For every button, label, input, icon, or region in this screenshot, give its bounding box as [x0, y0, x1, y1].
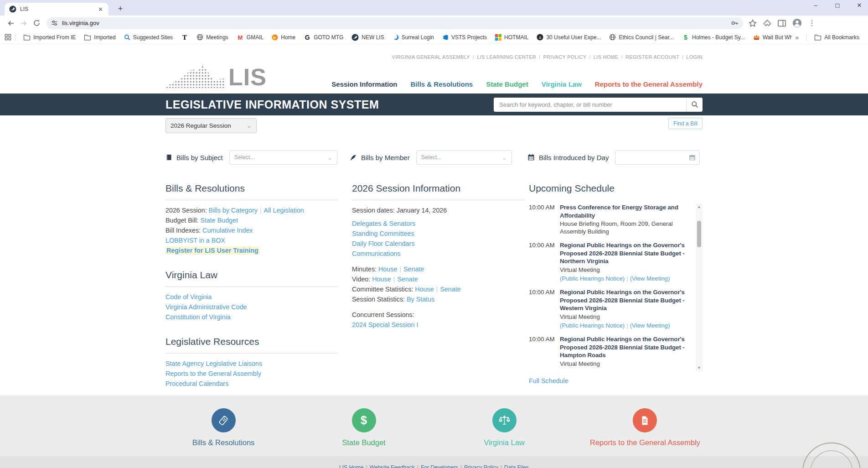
lis-logo[interactable]: LIS	[165, 62, 267, 88]
utility-link[interactable]: PRIVACY POLICY	[543, 54, 586, 60]
menu-kebab-icon[interactable]: ⋮	[808, 19, 816, 27]
main-nav-link[interactable]: Virginia Law	[542, 80, 582, 88]
bookmark-star-icon[interactable]	[749, 19, 757, 27]
browser-tab[interactable]: LIS ✕	[5, 3, 108, 16]
schedule-link[interactable]: (View Meeting)	[630, 322, 670, 329]
text-link[interactable]: State Agency Legislative Liaisons	[165, 359, 338, 369]
filter-select[interactable]: Select...⌄	[229, 150, 337, 165]
bookmark[interactable]: Home	[268, 32, 300, 43]
session-select[interactable]: 2026 Regular Session ⌄	[165, 118, 257, 133]
search-button[interactable]	[686, 98, 703, 112]
text-link[interactable]: Senate	[397, 276, 418, 283]
text-link[interactable]: Standing Committees	[352, 229, 525, 239]
main-nav-link[interactable]: Session Information	[331, 80, 397, 88]
password-key-icon[interactable]	[731, 19, 739, 27]
bookmark[interactable]: Surreal Login	[388, 32, 438, 43]
text-link[interactable]: Register for LIS User Training	[165, 246, 259, 255]
text-link[interactable]: Senate	[440, 286, 460, 293]
text-link[interactable]: Code of Virginia	[165, 292, 338, 302]
scroll-down-icon[interactable]: ▼	[696, 364, 703, 371]
scroll-up-icon[interactable]: ▲	[696, 203, 703, 210]
bookmarks-overflow-icon[interactable]: »	[792, 34, 803, 41]
tab-close-icon[interactable]: ✕	[97, 6, 104, 13]
utility-link[interactable]: LIS HOME	[594, 54, 619, 60]
text-link[interactable]: Reports to the General Assembly	[165, 369, 338, 379]
apps-grid-icon[interactable]	[5, 34, 11, 41]
text-link[interactable]: Cumulative Index	[202, 227, 253, 234]
reload-icon[interactable]	[30, 17, 43, 30]
find-a-bill-button[interactable]: Find a Bill	[668, 118, 703, 129]
utility-link[interactable]: LOGIN	[686, 54, 703, 60]
text-link[interactable]: House	[378, 265, 397, 273]
bookmark[interactable]: GGOTO MTG	[300, 32, 347, 43]
bookmark[interactable]: Wait But Why	[749, 32, 792, 43]
full-schedule-link[interactable]: Full Schedule	[529, 377, 568, 385]
scrollbar[interactable]: ▲ ▼	[696, 203, 703, 371]
bookmark[interactable]: VSTS Projects	[438, 32, 491, 43]
bottom-link[interactable]: For Developers	[421, 464, 458, 468]
concurrent-session-link[interactable]: 2024 Special Session I	[352, 320, 525, 330]
bookmark[interactable]: Imported From IE	[19, 32, 80, 43]
text-link[interactable]: House	[415, 286, 434, 293]
forward-icon[interactable]	[17, 17, 30, 30]
text-link[interactable]: Procedural Calendars	[165, 379, 338, 389]
text-link[interactable]: Constitution of Virginia	[165, 312, 338, 322]
schedule-link[interactable]: (Public Hearings Notice)	[560, 322, 625, 329]
footer-shortcut-label[interactable]: Reports to the General Assembly	[590, 438, 699, 447]
main-nav-link[interactable]: Bills & Resolutions	[411, 80, 473, 88]
main-nav-link[interactable]: Reports to the General Assembly	[595, 80, 703, 88]
bookmark[interactable]: HOTMAIL	[491, 32, 532, 43]
bookmark[interactable]: Ethics Council | Sear...	[605, 32, 678, 43]
bookmark[interactable]: Suggested Sites	[120, 32, 177, 43]
footer-shortcut[interactable]: Virginia Law	[450, 408, 559, 447]
bookmark[interactable]: T	[177, 32, 192, 43]
text-link[interactable]: By Status	[407, 296, 434, 303]
bottom-link[interactable]: Data Files	[504, 464, 529, 468]
text-link[interactable]: State Budget	[200, 217, 238, 224]
text-link[interactable]: LOBBYIST in a BOX	[165, 237, 225, 244]
schedule-link[interactable]: (Public Hearings Notice)	[560, 275, 625, 282]
bookmark[interactable]: Meetings	[192, 32, 232, 43]
text-link[interactable]: Virginia Administrative Code	[165, 302, 338, 312]
bookmark[interactable]: a30 Useful User Expe...	[532, 32, 605, 43]
new-tab-button[interactable]: +	[115, 4, 126, 15]
bottom-link[interactable]: Website Feedback	[370, 464, 415, 468]
address-bar[interactable]: lis.virginia.gov	[46, 17, 743, 29]
bottom-link[interactable]: LIS Home	[339, 464, 363, 468]
all-bookmarks-button[interactable]: All Bookmarks	[810, 32, 863, 43]
footer-shortcut[interactable]: Bills & Resolutions	[169, 408, 278, 447]
scrollbar-thumb[interactable]	[697, 221, 701, 247]
footer-shortcut-label[interactable]: State Budget	[309, 438, 418, 447]
bookmark[interactable]: $Holmes - Budget Sy...	[678, 32, 749, 43]
site-info-icon[interactable]	[51, 20, 58, 26]
search-input[interactable]	[494, 98, 686, 112]
main-nav-link[interactable]: State Budget	[486, 80, 528, 88]
date-input[interactable]	[615, 150, 700, 165]
text-link[interactable]: Daily Floor Calendars	[352, 239, 525, 249]
schedule-link[interactable]: (View Meeting)	[630, 275, 670, 282]
bottom-link[interactable]: Privacy Policy	[464, 464, 498, 468]
window-minimize-icon[interactable]: –	[811, 2, 820, 9]
text-link[interactable]: Communications	[352, 249, 525, 259]
utility-link[interactable]: REGISTER ACCOUNT	[625, 54, 679, 60]
footer-shortcut[interactable]: Reports to the General Assembly	[590, 408, 699, 447]
bookmark[interactable]: MGMAIL	[232, 32, 268, 43]
utility-link[interactable]: VIRGINIA GENERAL ASSEMBLY	[392, 54, 470, 60]
text-link[interactable]: Bills by Category	[209, 207, 258, 214]
extensions-puzzle-icon[interactable]	[763, 19, 771, 27]
text-link[interactable]: All Legislation	[264, 207, 304, 214]
text-link[interactable]: House	[372, 276, 391, 283]
footer-shortcut-label[interactable]: Bills & Resolutions	[169, 438, 278, 447]
side-panel-icon[interactable]	[778, 20, 786, 27]
window-close-icon[interactable]: ✕	[855, 2, 863, 9]
back-icon[interactable]	[5, 17, 17, 30]
window-maximize-icon[interactable]: ◻	[833, 2, 842, 9]
text-link[interactable]: Senate	[403, 265, 424, 273]
utility-link[interactable]: LIS LEARNING CENTER	[477, 54, 536, 60]
footer-shortcut[interactable]: $State Budget	[309, 408, 418, 447]
filter-select[interactable]: Select...⌄	[416, 150, 512, 165]
footer-shortcut-label[interactable]: Virginia Law	[450, 438, 559, 447]
bookmark[interactable]: Imported	[80, 32, 119, 43]
profile-avatar[interactable]	[792, 18, 802, 28]
bookmark[interactable]: NEW LIS	[347, 32, 388, 43]
